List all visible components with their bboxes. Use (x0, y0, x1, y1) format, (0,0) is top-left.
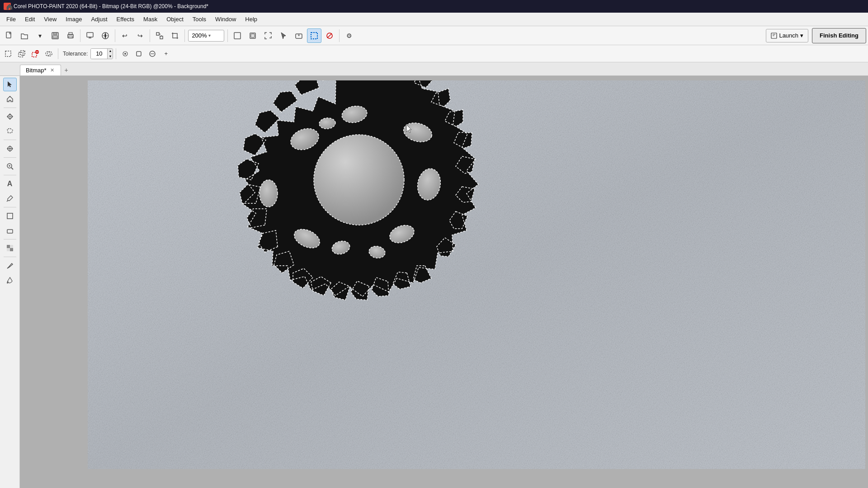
export2-button[interactable] (98, 28, 113, 43)
tolerance-arrows[interactable]: ▲ ▼ (107, 48, 113, 59)
select-all-button[interactable] (307, 28, 321, 43)
zoom-fit-button[interactable] (261, 28, 275, 43)
menu-file[interactable]: File (2, 14, 20, 24)
zoom-dropdown[interactable]: 200% ▾ (188, 30, 224, 42)
tool-sep-6 (4, 239, 16, 239)
svg-rect-43 (7, 245, 10, 248)
menu-tools[interactable]: Tools (188, 14, 211, 24)
tool-sep-4 (4, 175, 16, 175)
gear-svg (88, 80, 865, 469)
open-button[interactable] (17, 28, 32, 43)
toolbox: A (0, 76, 20, 488)
feather-button[interactable] (119, 47, 132, 60)
svg-rect-41 (7, 213, 13, 219)
tolerance-input-box[interactable]: 10 ▲ ▼ (90, 48, 113, 59)
svg-point-30 (124, 53, 126, 55)
launch-button[interactable]: Launch ▾ (766, 29, 808, 42)
sec-sep-1 (58, 48, 58, 59)
title-text: Corel PHOTO-PAINT 2020 (64-Bit) - Bitmap… (14, 3, 208, 9)
settings-button[interactable]: ⚙ (342, 28, 356, 43)
erase-tool-button[interactable] (3, 224, 17, 237)
menu-effects[interactable]: Effects (112, 14, 139, 24)
title-bar: Corel PHOTO-PAINT 2020 (64-Bit) - Bitmap… (0, 0, 868, 13)
toolbar-sep-3 (150, 29, 150, 42)
menu-object[interactable]: Object (162, 14, 188, 24)
undo-button[interactable]: ↩ (118, 28, 132, 43)
inside-button[interactable] (146, 47, 159, 60)
antialiasing-button[interactable] (132, 47, 145, 60)
freehand-tool-button[interactable] (3, 124, 17, 138)
open-dropdown[interactable]: ▾ (33, 28, 47, 43)
svg-rect-7 (87, 33, 93, 37)
menu-help[interactable]: Help (241, 14, 262, 24)
print-button[interactable] (63, 28, 78, 43)
tolerance-input[interactable]: 10 (91, 49, 107, 59)
home-tab-icon[interactable] (2, 2, 17, 12)
select-intersect-button[interactable] (42, 47, 55, 60)
zoom-tool-button[interactable] (3, 160, 17, 173)
resample-button[interactable] (152, 28, 167, 43)
menu-edit[interactable]: Edit (20, 14, 39, 24)
tool-sep-7 (4, 257, 16, 257)
finish-editing-button[interactable]: Finish Editing (812, 28, 866, 43)
svg-text:+: + (23, 50, 25, 54)
svg-rect-42 (7, 230, 13, 233)
toolbar-sep-2 (115, 29, 115, 42)
svg-line-18 (327, 33, 332, 38)
export-button[interactable] (83, 28, 97, 43)
crop-button[interactable] (168, 28, 182, 43)
svg-rect-46 (10, 248, 13, 251)
rectangle-tool-button[interactable] (3, 209, 17, 223)
select-subtract-button[interactable] (29, 47, 42, 60)
checker-tool-button[interactable] (3, 241, 17, 255)
new-button[interactable] (2, 28, 16, 43)
bitmap-tab-close[interactable]: ✕ (49, 67, 55, 73)
launch-icon (771, 33, 777, 39)
pick-object-button[interactable] (276, 28, 291, 43)
tool-sep-2 (4, 140, 16, 140)
bitmap-tab-label: Bitmap* (26, 67, 47, 74)
pen-tool-button[interactable] (3, 259, 17, 272)
svg-rect-9 (156, 33, 159, 35)
add-tab-button[interactable]: + (62, 66, 71, 75)
text-tool-button[interactable]: A (3, 177, 17, 191)
svg-rect-45 (7, 248, 10, 251)
save-button[interactable] (48, 28, 62, 43)
svg-rect-10 (160, 36, 163, 39)
bitmap-tab[interactable]: Bitmap* ✕ (20, 65, 61, 75)
home-tool-button[interactable] (3, 92, 17, 106)
zoom-dropdown-arrow[interactable]: ▾ (208, 33, 211, 38)
tolerance-label: Tolerance: (63, 51, 88, 57)
menu-mask[interactable]: Mask (139, 14, 162, 24)
menu-image[interactable]: Image (61, 14, 86, 24)
svg-rect-48 (88, 80, 865, 469)
menu-view[interactable]: View (39, 14, 61, 24)
pan-tool-button[interactable] (3, 142, 17, 155)
menu-adjust[interactable]: Adjust (86, 14, 112, 24)
redo-button[interactable]: ↪ (133, 28, 147, 43)
canvas-area[interactable] (20, 76, 868, 488)
toolbar-sep-4 (184, 29, 185, 42)
menu-window[interactable]: Window (211, 14, 241, 24)
zoom-input[interactable]: 200% (190, 32, 208, 39)
view-full-button[interactable] (230, 28, 245, 43)
bitmap-image[interactable] (88, 80, 865, 469)
zoom-100-button[interactable] (245, 28, 260, 43)
pick-tool-button[interactable] (3, 78, 17, 91)
fill-tool-button[interactable] (3, 273, 17, 287)
toolbar-sep-5 (227, 29, 228, 42)
svg-point-15 (298, 34, 300, 36)
select-add-button[interactable]: + (15, 47, 28, 60)
launch-dropdown-arrow[interactable]: ▾ (800, 32, 803, 39)
select-normal-button[interactable] (2, 47, 14, 60)
dropper-tool-button[interactable] (3, 192, 17, 205)
secondary-toolbar: + Tolerance: 10 ▲ ▼ + (0, 45, 868, 62)
transform-tool-button[interactable] (3, 110, 17, 123)
add-selection-button[interactable]: + (160, 47, 172, 60)
svg-rect-31 (137, 52, 141, 56)
erase-mask-button[interactable] (322, 28, 337, 43)
sec-sep-2 (116, 48, 116, 59)
tolerance-up-arrow[interactable]: ▲ (107, 48, 113, 54)
tolerance-down-arrow[interactable]: ▼ (107, 54, 113, 59)
mask-button[interactable] (292, 28, 306, 43)
